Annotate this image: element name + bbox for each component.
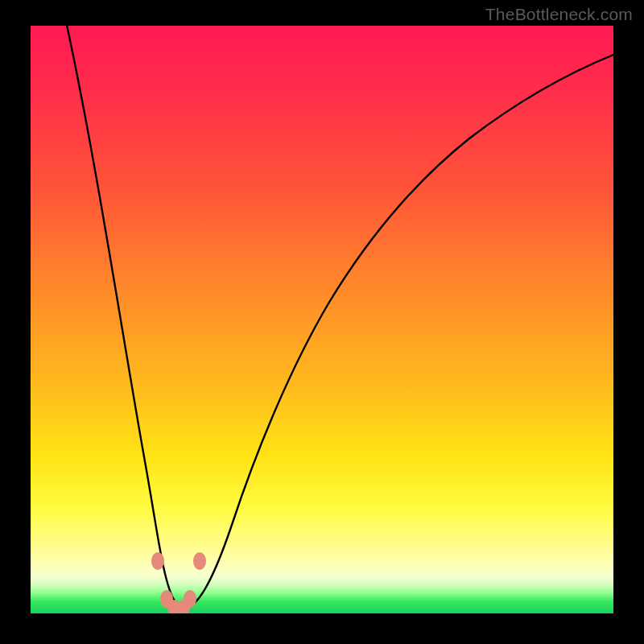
- marker-dot: [151, 552, 164, 570]
- marker-group: [151, 552, 206, 613]
- bottleneck-curve: [31, 26, 613, 613]
- plot-area: [31, 26, 613, 613]
- curve-path: [65, 26, 613, 608]
- chart-frame: TheBottleneck.com: [0, 0, 644, 644]
- watermark-text: TheBottleneck.com: [485, 5, 633, 24]
- marker-dot: [193, 552, 206, 570]
